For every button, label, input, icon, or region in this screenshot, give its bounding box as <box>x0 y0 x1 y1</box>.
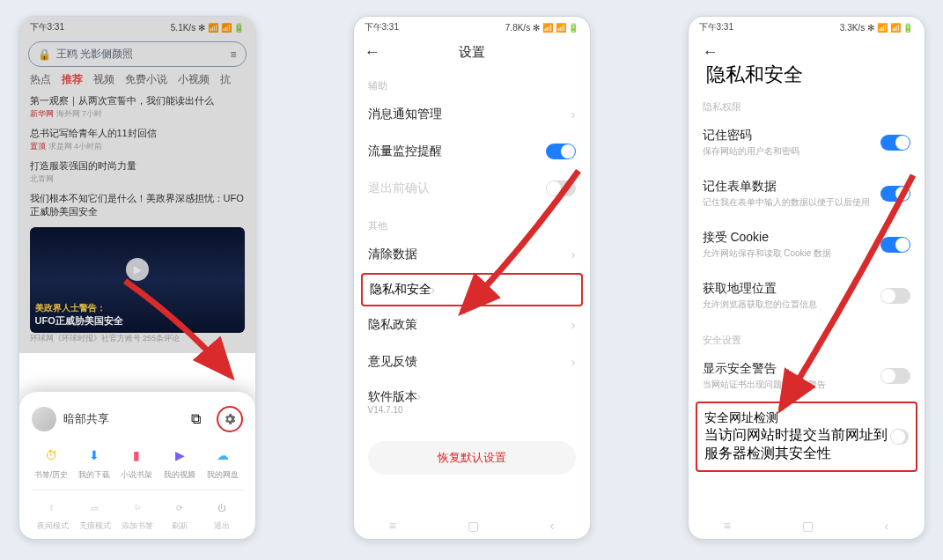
section-privacy: 隐私权限 <box>689 88 925 117</box>
page-header: ← 隐私和安全 <box>689 38 925 88</box>
section-other: 其他 <box>354 207 590 236</box>
status-bar: 下午3:31 7.8K/s ✻ 📶 📶 🔋 <box>354 17 590 38</box>
row-clear-data[interactable]: 清除数据› <box>354 236 590 273</box>
feed-item[interactable]: 第一观察｜从两次宣誓中，我们能读出什么 新华网 海外网 7小时 <box>30 91 245 123</box>
search-input[interactable]: 🔒 王鸥 光影侧颜照 ≡ <box>28 41 247 67</box>
row-accept-cookie[interactable]: 接受 Cookie允许网站保存和读取 Cookie 数据 <box>689 219 925 270</box>
nav-home[interactable]: ▢ <box>802 519 814 533</box>
toggle[interactable] <box>880 288 910 304</box>
row-safe-url-highlight: 安全网址检测当访问网站时提交当前网址到服务器检测其安全性 <box>696 402 917 472</box>
tab-recommend[interactable]: 推荐 <box>62 72 83 87</box>
mic-icon[interactable]: ≡ <box>230 48 236 61</box>
phone-privacy-security: 下午3:31 3.3K/s ✻ 📶 📶 🔋 ← 隐私和安全 隐私权限 记住密码保… <box>688 16 925 540</box>
status-time: 下午3:31 <box>699 21 733 33</box>
feed-item[interactable]: 我们根本不知它们是什么！美政界深感担忧：UFO正威胁美国安全 <box>30 188 245 222</box>
avatar[interactable] <box>32 407 56 431</box>
status-bar: 下午3:31 5.1K/s ✻ 📶 📶 🔋 <box>19 17 255 38</box>
row-exit-confirm[interactable]: 退出前确认 <box>354 170 590 207</box>
page-title: 设置 <box>382 44 562 61</box>
status-time: 下午3:31 <box>30 21 64 33</box>
toggle[interactable] <box>880 186 910 202</box>
chevron-right-icon: › <box>431 283 436 297</box>
toggle[interactable] <box>890 429 908 445</box>
page-title: 隐私和安全 <box>703 62 803 88</box>
power-icon: ⏻ <box>213 499 231 517</box>
status-net: 5.1K/s <box>171 23 195 33</box>
chevron-right-icon: › <box>571 355 576 369</box>
status-time: 下午3:31 <box>365 21 399 33</box>
section-security: 安全设置 <box>689 321 925 350</box>
nav-recents[interactable]: ≡ <box>724 519 731 533</box>
row-remember-password[interactable]: 记住密码保存网站的用户名和密码 <box>689 117 925 168</box>
share-icon[interactable]: ⧉ <box>183 406 210 432</box>
row-security-warning[interactable]: 显示安全警告当网站证书出现问题时显示警告 <box>689 350 925 402</box>
row-feedback[interactable]: 意见反馈› <box>354 343 590 380</box>
row-notifications[interactable]: 消息通知管理› <box>354 96 590 133</box>
phone-browser-home: 下午3:31 5.1K/s ✻ 📶 📶 🔋 🔒 王鸥 光影侧颜照 ≡ 热点 推荐… <box>18 16 256 540</box>
row-geolocation[interactable]: 获取地理位置允许浏览器获取您的位置信息 <box>689 270 925 321</box>
toggle[interactable] <box>880 135 910 151</box>
menu-novels[interactable]: ▮小说书架 <box>117 445 157 481</box>
nav-back[interactable]: ‹ <box>884 519 888 533</box>
page-header: ← 设置 <box>354 38 590 67</box>
feed-item[interactable]: 总书记写给青年人的11封回信 置顶 求是网 4小时前 <box>30 123 245 156</box>
nav-back[interactable]: ‹ <box>549 519 554 533</box>
menu-cloud[interactable]: ☁我的网盘 <box>203 445 243 481</box>
menu-addbookmark[interactable]: ⚐添加书签 <box>116 499 158 532</box>
menu-night[interactable]: ☾夜间模式 <box>32 499 74 532</box>
row-privacy-security[interactable]: 隐私和安全› <box>370 282 574 298</box>
tab-novel[interactable]: 免费小说 <box>125 72 167 87</box>
row-privacy-policy[interactable]: 隐私政策› <box>354 306 590 343</box>
menu-videos[interactable]: ▶我的视频 <box>160 445 200 481</box>
row-safe-url-detection[interactable]: 安全网址检测当访问网站时提交当前网址到服务器检测其安全性 <box>704 410 909 463</box>
menu-refresh[interactable]: ⟳刷新 <box>158 499 201 532</box>
back-button[interactable]: ← <box>703 43 720 62</box>
search-text: 王鸥 光影侧颜照 <box>56 47 133 62</box>
row-traffic-alert[interactable]: 流量监控提醒 <box>354 133 590 170</box>
tab-shortvideo[interactable]: 小视频 <box>178 72 210 87</box>
refresh-icon: ⟳ <box>171 499 188 517</box>
menu-downloads[interactable]: ⬇我的下载 <box>74 445 114 481</box>
tab-hot[interactable]: 热点 <box>30 72 51 87</box>
bookmark-icon: ⚐ <box>129 499 146 517</box>
menu-bookmarks[interactable]: ⏱书签/历史 <box>32 445 71 481</box>
row-privacy-security-highlight: 隐私和安全› <box>361 273 583 306</box>
tab-more[interactable]: 抗 <box>220 72 231 87</box>
play-icon[interactable]: ▶ <box>126 258 149 281</box>
chevron-right-icon: › <box>417 389 422 405</box>
tab-video[interactable]: 视频 <box>93 72 114 87</box>
back-button[interactable]: ← <box>365 43 382 62</box>
system-navbar: ≡ ▢ ‹ <box>354 512 590 539</box>
menu-incognito[interactable]: ▭无痕模式 <box>74 499 116 532</box>
section-assist: 辅助 <box>354 67 590 96</box>
moon-icon: ☾ <box>44 499 62 517</box>
phone-settings: 下午3:31 7.8K/s ✻ 📶 📶 🔋 ← 设置 辅助 消息通知管理› 流量… <box>353 16 591 540</box>
chevron-right-icon: › <box>571 107 576 122</box>
menu-exit[interactable]: ⏻退出 <box>201 499 243 532</box>
incognito-icon: ▭ <box>86 499 104 517</box>
search-prefix-icon: 🔒 <box>38 48 51 61</box>
status-bar: 下午3:31 3.3K/s ✻ 📶 📶 🔋 <box>689 17 925 38</box>
nav-recents[interactable]: ≡ <box>389 519 396 533</box>
toggle[interactable] <box>880 368 910 384</box>
chevron-right-icon: › <box>571 318 576 332</box>
toggle[interactable] <box>546 144 576 159</box>
category-tabs: 热点 推荐 视频 免费小说 小视频 抗 <box>19 72 255 87</box>
toggle[interactable] <box>546 181 576 196</box>
row-version[interactable]: 软件版本› V14.7.10 <box>354 380 590 424</box>
row-remember-form[interactable]: 记住表单数据记住我在表单中输入的数据以便于以后使用 <box>689 168 925 219</box>
news-feed: 第一观察｜从两次宣誓中，我们能读出什么 新华网 海外网 7小时 总书记写给青年人… <box>19 87 255 353</box>
menu-sheet: 暗部共享 ⧉ ⏱书签/历史 ⬇我的下载 ▮小说书架 ▶我的视频 ☁我的网盘 ☾夜… <box>19 392 255 539</box>
username[interactable]: 暗部共享 <box>63 411 176 427</box>
chevron-right-icon: › <box>571 247 576 262</box>
system-navbar: ≡ ▢ ‹ <box>689 512 925 539</box>
settings-gear-icon[interactable] <box>217 406 243 432</box>
nav-home[interactable]: ▢ <box>468 519 479 533</box>
video-card[interactable]: ▶ 美政界人士警告： UFO正威胁美国安全 环球网《环球时报》社官方账号 255… <box>30 227 245 344</box>
toggle[interactable] <box>880 237 910 253</box>
feed-item[interactable]: 打造服装强国的时尚力量 北青网 <box>30 156 245 188</box>
reset-defaults-button[interactable]: 恢复默认设置 <box>368 441 576 475</box>
